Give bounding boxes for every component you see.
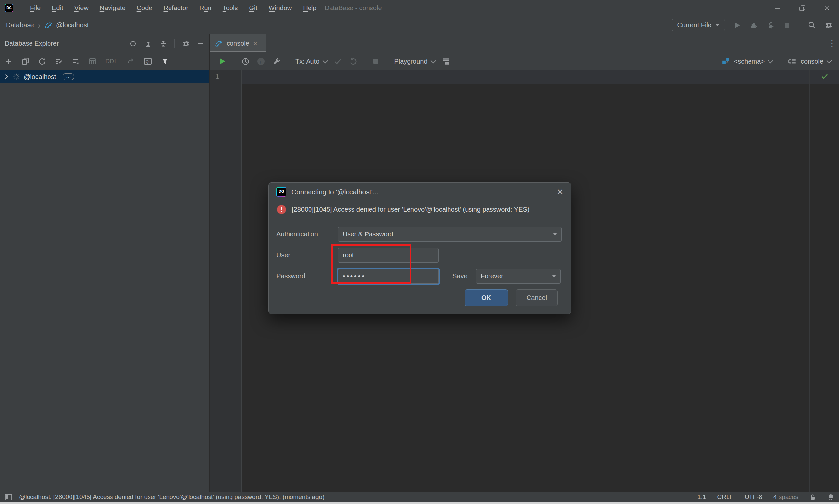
status-message[interactable]: @localhost: [28000][1045] Access denied … <box>19 493 324 501</box>
dialog-error-row: ! [28000][1045] Access denied for user '… <box>277 205 566 214</box>
submit-changes-icon[interactable] <box>72 57 80 65</box>
ok-button[interactable]: OK <box>465 289 508 306</box>
chevron-down-icon <box>826 58 832 63</box>
line-separator-widget[interactable]: CRLF <box>717 493 733 501</box>
error-message: [28000][1045] Access denied for user 'Le… <box>292 206 530 213</box>
menu-file[interactable]: File <box>24 2 46 14</box>
menu-view[interactable]: View <box>69 2 94 14</box>
notifications-icon[interactable] <box>827 493 834 501</box>
menu-run[interactable]: Run <box>194 2 217 14</box>
debug-bug-icon[interactable] <box>750 21 758 29</box>
parameters-icon: p <box>257 57 265 66</box>
minimize-icon[interactable] <box>765 0 790 16</box>
toolbar-separator <box>387 57 387 66</box>
output-layout-icon[interactable] <box>442 57 450 66</box>
explorer-settings-gear-icon[interactable] <box>182 40 190 48</box>
settings-gear-icon[interactable] <box>825 21 833 30</box>
execute-icon[interactable] <box>218 57 226 66</box>
session-select[interactable]: console <box>801 58 831 65</box>
stop-icon[interactable] <box>783 22 790 29</box>
tab-options-kebab-icon[interactable]: ⋮ <box>828 34 836 52</box>
duplicate-icon[interactable] <box>21 57 29 65</box>
editor-gutter: 1 <box>209 70 242 492</box>
wrench-settings-icon[interactable] <box>272 57 281 66</box>
close-tab-icon[interactable]: × <box>253 39 257 48</box>
toolbar-separator <box>799 21 799 30</box>
menu-navigate[interactable]: Navigate <box>94 2 131 14</box>
modify-object-icon[interactable] <box>55 57 63 65</box>
unlock-icon[interactable] <box>809 493 816 501</box>
save-select[interactable]: Forever <box>476 269 561 284</box>
tx-mode-label: Tx: Auto <box>295 58 319 65</box>
menu-window[interactable]: Window <box>263 2 297 14</box>
hide-panel-icon[interactable] <box>197 40 204 47</box>
tx-mode-select[interactable]: Tx: Auto <box>295 58 327 65</box>
tool-window-layout-icon[interactable] <box>5 493 13 501</box>
collapse-all-icon[interactable] <box>159 40 167 48</box>
history-clock-icon[interactable] <box>241 57 250 66</box>
restore-icon[interactable] <box>790 0 815 16</box>
authentication-label: Authentication: <box>276 231 320 238</box>
toolbar-separator <box>364 57 365 66</box>
dialog-close-icon[interactable]: ✕ <box>557 187 563 197</box>
authentication-select[interactable]: User & Password <box>338 227 562 242</box>
taskbar-edge <box>0 502 839 504</box>
run-configuration-select[interactable]: Current File <box>672 19 725 32</box>
breadcrumb-localhost[interactable]: @localhost <box>56 21 88 29</box>
menu-refactor[interactable]: Refactor <box>158 2 194 14</box>
red-highlight-annotation <box>331 244 411 284</box>
search-everywhere-icon[interactable] <box>808 21 816 29</box>
run-icon[interactable] <box>733 21 741 29</box>
menu-code[interactable]: Code <box>131 2 158 14</box>
indent-widget[interactable]: 4 spaces <box>773 493 798 501</box>
commit-icon <box>334 57 342 66</box>
encoding-widget[interactable]: UTF-8 <box>744 493 762 501</box>
run-with-coverage-icon[interactable] <box>766 21 775 30</box>
menu-edit[interactable]: Edit <box>46 2 69 14</box>
chevron-right-icon[interactable] <box>3 74 9 79</box>
indent-unit: spaces <box>779 493 798 500</box>
new-item-icon[interactable] <box>5 57 13 65</box>
expand-all-icon[interactable] <box>144 40 152 48</box>
user-label: User: <box>276 252 292 259</box>
caret-line-highlight <box>242 70 839 84</box>
refresh-icon[interactable] <box>38 57 46 66</box>
caret-position-widget[interactable]: 1:1 <box>697 493 706 501</box>
locate-object-icon[interactable] <box>129 40 137 48</box>
playground-select[interactable]: Playground <box>394 58 434 65</box>
ddl-button: DDL <box>105 58 118 65</box>
menu-tools[interactable]: Tools <box>217 2 244 14</box>
chevron-down-icon <box>430 58 436 63</box>
password-label: Password: <box>276 272 307 280</box>
dialog-title: Connecting to '@localhost'... <box>291 188 378 196</box>
cancel-button[interactable]: Cancel <box>516 289 558 306</box>
breadcrumb: Database › @localhost <box>6 21 88 30</box>
tab-console[interactable]: console × <box>209 34 266 52</box>
tab-label: console <box>226 40 249 47</box>
inspections-ok-icon[interactable] <box>821 72 828 80</box>
dialog-header[interactable]: DG Connecting to '@localhost'... ✕ <box>269 183 571 201</box>
window-controls <box>765 0 839 16</box>
navbar-actions: Current File <box>672 19 833 32</box>
filter-icon[interactable] <box>161 57 169 65</box>
schema-select[interactable]: <schema> <box>734 58 772 65</box>
status-bar: @localhost: [28000][1045] Access denied … <box>0 492 839 502</box>
toolbar-separator <box>174 39 175 48</box>
tree-item-localhost[interactable]: @localhost ... <box>0 70 209 83</box>
breadcrumb-database[interactable]: Database <box>6 21 34 29</box>
indent-size: 4 <box>773 493 777 500</box>
mysql-dolphin-icon <box>215 40 223 48</box>
rollback-icon <box>349 57 357 66</box>
toolbar-separator <box>234 57 234 66</box>
menu-git[interactable]: Git <box>244 2 263 14</box>
close-window-icon[interactable] <box>815 0 839 16</box>
menu-help[interactable]: Help <box>297 2 322 14</box>
svg-text:QL: QL <box>145 59 151 64</box>
run-configuration-label: Current File <box>678 21 712 29</box>
query-console-icon[interactable]: QL <box>143 57 152 65</box>
toolbar-separator <box>288 57 288 66</box>
schema-icon <box>722 57 730 66</box>
line-number: 1 <box>215 73 219 80</box>
active-tab-underline <box>209 51 266 52</box>
editor-tab-bar: console × ⋮ <box>209 34 839 52</box>
